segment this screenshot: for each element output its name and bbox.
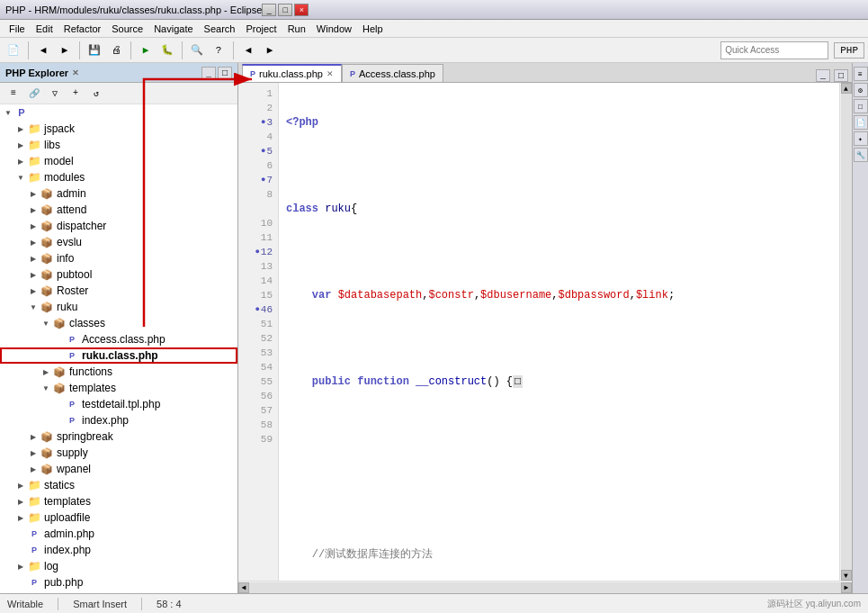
tree-item-readme[interactable]: ▶ 📁 readme	[0, 590, 237, 593]
tree-label: supply	[57, 446, 88, 459]
tree-item-admin-php[interactable]: P admin.php	[0, 526, 237, 542]
debug-button[interactable]: 🐛	[157, 41, 177, 60]
maximize-button[interactable]: □	[278, 4, 292, 16]
menu-bar: File Edit Refactor Source Navigate Searc…	[0, 20, 868, 38]
tree-item-model[interactable]: ▶ 📁 model	[0, 153, 237, 169]
php-perspective-button[interactable]: PHP	[834, 42, 864, 59]
tree-item-ruku-class[interactable]: P ruku.class.php	[0, 347, 237, 364]
menu-search[interactable]: Search	[199, 22, 241, 36]
tree-label: Access.class.php	[82, 333, 166, 346]
menu-source[interactable]: Source	[106, 22, 148, 36]
menu-run[interactable]: Run	[282, 22, 311, 36]
minimize-button[interactable]: _	[262, 4, 276, 16]
tree-item-templates[interactable]: ▼ 📦 templates	[0, 380, 237, 396]
tree-item-jspack[interactable]: ▶ 📁 jspack	[0, 121, 237, 137]
folder-icon: 📁	[27, 494, 41, 509]
right-icon-4[interactable]: 📄	[854, 115, 868, 130]
tree-item-evslu[interactable]: ▶ 📦 evslu	[0, 234, 237, 250]
back-button[interactable]: ◀	[33, 41, 53, 60]
tree-item-index-php[interactable]: P index.php	[0, 412, 237, 428]
scroll-left-btn[interactable]: ◀	[238, 582, 249, 593]
tree-item-templates-root[interactable]: ▶ 📁 templates	[0, 493, 237, 509]
tree-item-springbreak[interactable]: ▶ 📦 springbreak	[0, 428, 237, 445]
prev-page-btn[interactable]: ◀	[238, 41, 258, 60]
tree-item-admin[interactable]: ▶ 📦 admin	[0, 185, 237, 202]
tab-ruku-class[interactable]: P ruku.class.php ✕	[242, 64, 342, 82]
tree-item-classes[interactable]: ▼ 📦 classes	[0, 315, 237, 331]
tab-access-class[interactable]: P Access.class.php	[342, 64, 443, 82]
editor-panel-minimize[interactable]: _	[816, 69, 830, 82]
next-page-btn[interactable]: ▶	[260, 41, 280, 60]
search-btn[interactable]: 🔍	[187, 41, 207, 60]
close-button[interactable]: ×	[294, 4, 309, 16]
tree-item-log[interactable]: ▶ 📁 log	[0, 558, 237, 574]
tree-item-functions[interactable]: ▶ 📦 functions	[0, 364, 237, 380]
tree-item-supply[interactable]: ▶ 📦 supply	[0, 445, 237, 461]
tree-item-testdetail[interactable]: P testdetail.tpl.php	[0, 396, 237, 412]
filter-btn[interactable]: ▽	[45, 84, 65, 104]
new-button[interactable]: 📄	[4, 41, 23, 60]
new-php-btn[interactable]: +	[66, 84, 85, 104]
run-button[interactable]: ▶	[136, 41, 156, 60]
help-btn[interactable]: ?	[209, 41, 228, 60]
php-file-icon: P	[65, 348, 79, 363]
right-icon-3[interactable]: □	[854, 99, 868, 113]
menu-file[interactable]: File	[4, 22, 31, 36]
tree-item-dispatcher[interactable]: ▶ 📦 dispatcher	[0, 218, 237, 234]
tree-item-roster[interactable]: ▶ 📦 Roster	[0, 283, 237, 299]
pkg-icon: 📦	[40, 235, 54, 249]
tree-item-access-class[interactable]: P Access.class.php	[0, 331, 237, 347]
collapse-all-btn[interactable]: ≡	[4, 84, 23, 104]
tree-item-pubtool[interactable]: ▶ 📦 pubtool	[0, 266, 237, 283]
tree-arrow: ▶	[14, 514, 27, 522]
pkg-icon: 📦	[40, 219, 54, 233]
tree-item-info[interactable]: ▶ 📦 info	[0, 250, 237, 266]
menu-edit[interactable]: Edit	[31, 22, 58, 36]
right-icon-1[interactable]: ≡	[854, 67, 868, 81]
tab-close-button[interactable]: ✕	[327, 69, 334, 78]
tree-item-root[interactable]: ▼ P	[0, 104, 237, 121]
menu-refactor[interactable]: Refactor	[58, 22, 107, 36]
tree-item-attend[interactable]: ▶ 📦 attend	[0, 202, 237, 218]
folder-icon: 📁	[27, 510, 41, 525]
scroll-up-btn[interactable]: ▲	[841, 83, 852, 94]
link-editor-btn[interactable]: 🔗	[24, 84, 44, 104]
explorer-maximize-btn[interactable]: □	[218, 67, 232, 79]
menu-navigate[interactable]: Navigate	[148, 22, 198, 36]
tree-label: modules	[44, 171, 85, 184]
editor-panel-maximize[interactable]: □	[834, 69, 848, 82]
right-icon-6[interactable]: 🔧	[854, 148, 868, 162]
menu-window[interactable]: Window	[311, 22, 357, 36]
right-icon-2[interactable]: ⚙	[854, 83, 868, 97]
menu-project[interactable]: Project	[240, 22, 282, 36]
tree-item-uploadfile[interactable]: ▶ 📁 uploadfile	[0, 509, 237, 526]
code-editor[interactable]: <?php class ruku{ var $databasepath,$con…	[279, 83, 839, 581]
tree-item-index-php-root[interactable]: P index.php	[0, 542, 237, 558]
forward-button[interactable]: ▶	[55, 41, 75, 60]
explorer-header-controls[interactable]: _ □	[201, 67, 232, 79]
refresh-btn[interactable]: ↺	[86, 84, 106, 104]
explorer-minimize-btn[interactable]: _	[201, 67, 216, 79]
scroll-right-btn[interactable]: ▶	[841, 582, 852, 593]
tree-item-wpanel[interactable]: ▶ 📦 wpanel	[0, 461, 237, 477]
scroll-down-btn[interactable]: ▼	[841, 570, 852, 581]
window-controls[interactable]: _ □ ×	[262, 4, 309, 16]
editor-scrollbar-right[interactable]: ▲ ▼	[839, 83, 852, 581]
right-icon-5[interactable]: ✦	[854, 131, 868, 146]
horizontal-scrollbar[interactable]: ◀ ▶	[238, 581, 852, 593]
tree-item-libs[interactable]: ▶ 📁 libs	[0, 137, 237, 153]
pkg-icon: 📦	[52, 365, 67, 379]
tree-item-statics[interactable]: ▶ 📁 statics	[0, 477, 237, 493]
pkg-icon: 📦	[40, 186, 54, 201]
print-button[interactable]: 🖨	[106, 41, 126, 60]
menu-help[interactable]: Help	[357, 22, 389, 36]
line-num-2: 2	[238, 101, 278, 115]
line-num-4: 4	[238, 130, 278, 144]
tree-item-pub-php[interactable]: P pub.php	[0, 574, 237, 590]
tree-item-modules[interactable]: ▼ 📁 modules	[0, 169, 237, 185]
quick-access-input[interactable]	[720, 41, 828, 59]
tree-arrow: ▶	[14, 482, 27, 490]
save-button[interactable]: 💾	[85, 41, 104, 60]
tree-item-ruku[interactable]: ▼ 📦 ruku	[0, 299, 237, 315]
tree-label: Roster	[57, 284, 88, 297]
